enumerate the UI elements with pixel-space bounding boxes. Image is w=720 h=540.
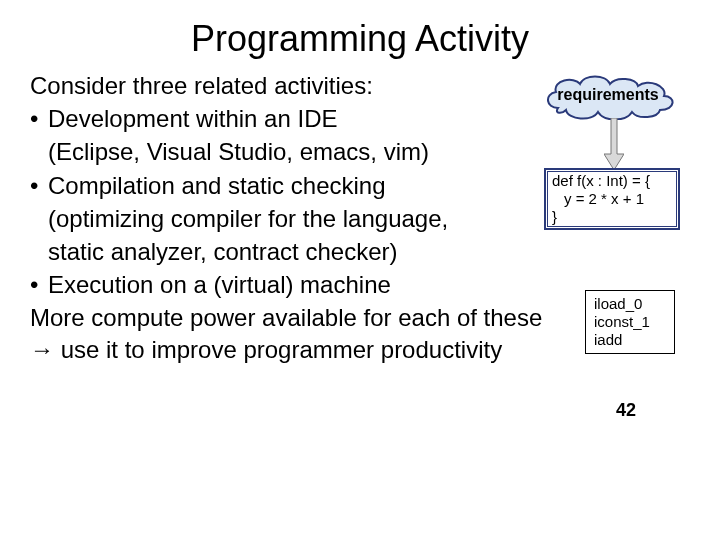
bullet-text: Development within an IDE <box>48 105 337 132</box>
code-line: y = 2 * x + 1 <box>552 190 672 208</box>
intro-line: Consider three related activities: <box>30 70 690 101</box>
closing-line: More compute power available for each of… <box>30 302 690 333</box>
code-box: def f(x : Int) = { y = 2 * x + 1 } <box>544 168 680 230</box>
closing-text: use it to improve programmer productivit… <box>54 336 502 363</box>
bullet-sub: static analyzer, contract checker) <box>30 236 690 267</box>
code-line: } <box>552 208 672 226</box>
arrow-right-icon: → <box>30 336 54 363</box>
slide-title: Programming Activity <box>0 0 720 70</box>
bullet-item: •Development within an IDE <box>30 103 690 134</box>
bullet-text: static analyzer, contract checker) <box>48 238 397 265</box>
bullet-item: •Execution on a (virtual) machine <box>30 269 690 300</box>
bullet-sub: (Eclipse, Visual Studio, emacs, vim) <box>30 136 690 167</box>
bullet-text: (optimizing compiler for the language, <box>48 205 448 232</box>
bullet-text: (Eclipse, Visual Studio, emacs, vim) <box>48 138 429 165</box>
bullet-text: Compilation and static checking <box>48 172 386 199</box>
code-line: def f(x : Int) = { <box>552 172 672 190</box>
bullet-text: Execution on a (virtual) machine <box>48 271 391 298</box>
result-value: 42 <box>616 400 636 421</box>
closing-line: → use it to improve programmer productiv… <box>30 334 690 365</box>
